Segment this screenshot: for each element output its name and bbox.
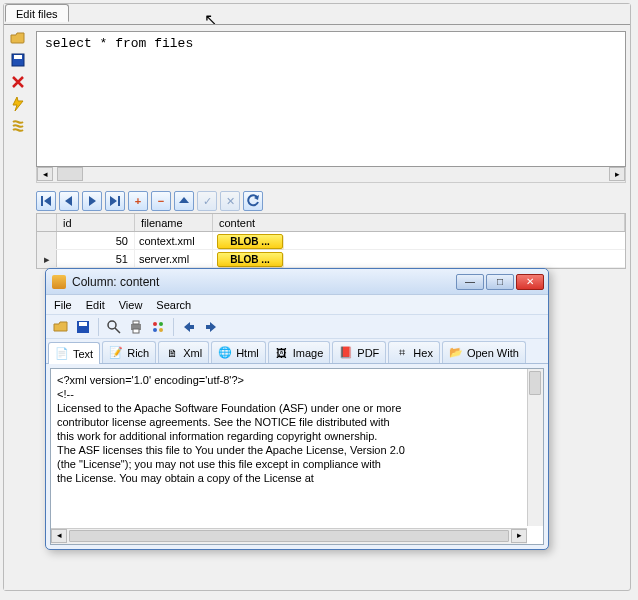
open-with-icon: 📂 — [449, 346, 463, 360]
tab-pdf[interactable]: 📕PDF — [332, 341, 386, 363]
menu-view[interactable]: View — [119, 299, 143, 311]
forward-icon[interactable] — [202, 318, 220, 336]
tab-image-label: Image — [293, 347, 324, 359]
dialog-tabs: 📄Text 📝Rich 🗎Xml 🌐Html 🖼Image 📕PDF ⌗Hex … — [46, 339, 548, 364]
dialog-titlebar[interactable]: Column: content — □ ✕ — [46, 269, 548, 295]
tab-image[interactable]: 🖼Image — [268, 341, 331, 363]
tab-text-label: Text — [73, 348, 93, 360]
blob-button[interactable]: BLOB ... — [217, 252, 283, 267]
tab-rich-label: Rich — [127, 347, 149, 359]
save-icon[interactable] — [9, 51, 27, 69]
options-icon[interactable] — [149, 318, 167, 336]
dialog-body: <?xml version='1.0' encoding='utf-8'?><!… — [50, 368, 544, 545]
html-icon: 🌐 — [218, 346, 232, 360]
tab-xml[interactable]: 🗎Xml — [158, 341, 209, 363]
scrollbar-horizontal[interactable]: ◂▸ — [51, 528, 527, 544]
svg-point-10 — [153, 328, 157, 332]
sql-editor[interactable]: select * from files — [36, 31, 626, 167]
col-id[interactable]: id — [57, 214, 135, 231]
text-icon: 📄 — [55, 347, 69, 361]
rich-icon: 📝 — [109, 346, 123, 360]
back-icon[interactable] — [180, 318, 198, 336]
svg-point-8 — [153, 322, 157, 326]
blob-button[interactable]: BLOB ... — [217, 234, 283, 249]
svg-rect-7 — [133, 329, 139, 333]
close-button[interactable]: ✕ — [516, 274, 544, 290]
cancel-button[interactable]: ✕ — [220, 191, 240, 211]
left-toolbar — [4, 25, 32, 590]
cell-id[interactable]: 50 — [57, 232, 135, 249]
app-icon — [52, 275, 66, 289]
confirm-button[interactable]: ✓ — [197, 191, 217, 211]
cell-id[interactable]: 51 — [57, 250, 135, 267]
svg-point-11 — [159, 328, 163, 332]
col-filename[interactable]: filename — [135, 214, 213, 231]
svg-point-9 — [159, 322, 163, 326]
svg-rect-3 — [79, 322, 87, 326]
refresh-button[interactable] — [243, 191, 263, 211]
menu-edit[interactable]: Edit — [86, 299, 105, 311]
col-content[interactable]: content — [213, 214, 625, 231]
dialog-title: Column: content — [72, 275, 454, 289]
cell-filename[interactable]: server.xml — [135, 250, 213, 267]
maximize-button[interactable]: □ — [486, 274, 514, 290]
execute-icon[interactable] — [9, 95, 27, 113]
tab-pdf-label: PDF — [357, 347, 379, 359]
add-record-button[interactable]: + — [128, 191, 148, 211]
tab-hex[interactable]: ⌗Hex — [388, 341, 440, 363]
minimize-button[interactable]: — — [456, 274, 484, 290]
prev-record-button[interactable] — [59, 191, 79, 211]
results-grid: id filename content 50 context.xml BLOB … — [36, 213, 626, 269]
menu-file[interactable]: File — [54, 299, 72, 311]
image-icon: 🖼 — [275, 346, 289, 360]
tab-edit-files[interactable]: Edit files — [5, 4, 69, 22]
zoom-icon[interactable] — [105, 318, 123, 336]
script-icon[interactable] — [9, 117, 27, 135]
move-up-button[interactable] — [174, 191, 194, 211]
tab-html-label: Html — [236, 347, 259, 359]
svg-point-4 — [108, 321, 116, 329]
tab-xml-label: Xml — [183, 347, 202, 359]
pdf-icon: 📕 — [339, 346, 353, 360]
table-row[interactable]: 50 context.xml BLOB ... — [37, 232, 625, 250]
tab-open-with[interactable]: 📂Open With — [442, 341, 526, 363]
remove-record-button[interactable]: − — [151, 191, 171, 211]
save-file-icon[interactable] — [74, 318, 92, 336]
delete-icon[interactable] — [9, 73, 27, 91]
svg-rect-6 — [133, 321, 139, 324]
print-icon[interactable] — [127, 318, 145, 336]
table-row[interactable]: ▸ 51 server.xml BLOB ... — [37, 250, 625, 268]
tab-bar: Edit files — [4, 4, 630, 24]
tab-text[interactable]: 📄Text — [48, 342, 100, 364]
column-content-dialog: Column: content — □ ✕ File Edit View Sea… — [45, 268, 549, 550]
tab-rich[interactable]: 📝Rich — [102, 341, 156, 363]
open-file-icon[interactable] — [52, 318, 70, 336]
row-header — [37, 214, 57, 231]
open-icon[interactable] — [9, 29, 27, 47]
first-record-button[interactable] — [36, 191, 56, 211]
scrollbar-vertical[interactable] — [527, 369, 543, 526]
content-textarea[interactable]: <?xml version='1.0' encoding='utf-8'?><!… — [51, 369, 525, 526]
tab-open-with-label: Open With — [467, 347, 519, 359]
last-record-button[interactable] — [105, 191, 125, 211]
cell-content[interactable]: BLOB ... — [213, 250, 625, 267]
next-record-button[interactable] — [82, 191, 102, 211]
dialog-menubar: File Edit View Search — [46, 295, 548, 315]
sql-editor-hscroll[interactable]: ◂▸ — [36, 167, 626, 183]
xml-icon: 🗎 — [165, 346, 179, 360]
tab-html[interactable]: 🌐Html — [211, 341, 266, 363]
record-nav-toolbar: + − ✓ ✕ — [36, 191, 626, 211]
hex-icon: ⌗ — [395, 346, 409, 360]
dialog-toolbar — [46, 315, 548, 339]
tab-hex-label: Hex — [413, 347, 433, 359]
cell-content[interactable]: BLOB ... — [213, 232, 625, 249]
menu-search[interactable]: Search — [156, 299, 191, 311]
svg-rect-1 — [14, 55, 22, 59]
cell-filename[interactable]: context.xml — [135, 232, 213, 249]
